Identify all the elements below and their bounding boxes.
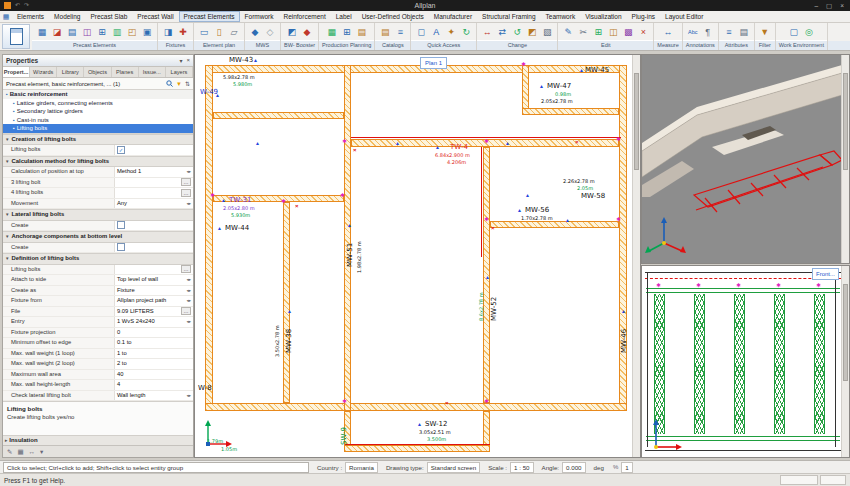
palette-tab[interactable]: Issue... [139,67,166,77]
toolbar-icon[interactable]: ¶ [701,25,715,39]
redo-icon[interactable]: ↷ [24,0,29,11]
menu-item-elements[interactable]: Elements [12,11,49,22]
plan-drawing[interactable]: Plan 1 MW-435.98x2.78 m5.980mW-49MW-470.… [195,55,633,457]
toolbar-icon[interactable]: ↔ [661,25,675,39]
property-row[interactable]: MovementAny◂▸ [3,199,193,210]
wall-segment[interactable] [205,65,626,73]
spinner-buttons[interactable]: ◂▸ [186,296,191,305]
menu-item-label[interactable]: Label [331,11,357,22]
toolbar-icon[interactable]: ⇄ [495,25,509,39]
sort-icon[interactable]: ⇅ [185,80,190,87]
tree-item[interactable]: ▪Cast-in nuts [3,116,193,125]
menu-item-teamwork[interactable]: Teamwork [541,11,581,22]
property-row[interactable]: Fixture fromAllplan project path◂▸ [3,296,193,307]
wall-segment[interactable] [619,65,627,411]
transfer-icon[interactable]: ↔ [29,448,36,455]
palette-tab[interactable]: Library [57,67,84,77]
toolbar-icon[interactable]: ▼ [758,25,772,39]
toolbar-icon[interactable]: ◰ [125,25,139,39]
property-row[interactable]: Create asFixture◂▸ [3,286,193,297]
toolbar-icon[interactable]: ↔ [480,25,494,39]
menu-item-reinforcement[interactable]: Reinforcement [278,11,330,22]
menu-item-modeling[interactable]: Modeling [49,11,85,22]
minimize-button[interactable]: – [814,2,818,10]
section-header[interactable]: ▼Calculation method for lifting bolts [3,156,193,168]
scrollbar-thumb[interactable] [843,73,848,170]
wall-segment[interactable] [344,445,490,452]
menu-item-manufacturer[interactable]: Manufacturer [429,11,477,22]
toolbar-icon[interactable]: ◆ [248,25,262,39]
spinner-buttons[interactable]: ◂▸ [186,391,191,400]
wall-segment[interactable] [344,65,351,411]
toolbar-icon[interactable]: ⊞ [340,25,354,39]
checkbox[interactable]: ✓ [117,146,125,154]
3d-viewport[interactable] [641,54,850,264]
drawing-type-value[interactable]: Standard screen [427,462,480,473]
palette-tab[interactable]: Objects [84,67,111,77]
section-header[interactable]: ▼Anchorage components at bottom level [3,231,193,243]
viewport-tab-plan[interactable]: Plan 1 [420,57,447,69]
scale-value[interactable]: 1 : 50 [510,462,533,473]
tree-item[interactable]: ▪Secondary lattice girders [3,107,193,116]
maximize-button[interactable]: ▢ [826,2,832,10]
property-row[interactable]: Attach to sideTop level of wall◂▸ [3,275,193,286]
wall-segment[interactable] [213,112,344,119]
menu-item-formwork[interactable]: Formwork [240,11,279,22]
property-row[interactable]: Max. wall weight (1 loop)1 to [3,349,193,360]
palette-menu-icon[interactable]: ▾ [179,57,182,64]
options-icon[interactable]: ▾ [40,448,43,456]
toolbar-icon[interactable]: ▢ [787,25,801,39]
toolbar-icon[interactable]: ▣ [140,25,154,39]
scrollbar-thumb[interactable] [843,284,848,381]
toolbar-icon[interactable]: ◇ [263,25,277,39]
toolbar-icon[interactable]: ▤ [737,25,751,39]
viewport-tab-front[interactable]: Front... [812,268,839,280]
menu-grid-icon[interactable]: ▦ [0,11,12,22]
spinner-buttons[interactable]: ◂▸ [186,317,191,326]
toolbar-icon[interactable]: A [429,25,443,39]
property-row[interactable]: 3 lifting bolt… [3,178,193,189]
property-row[interactable]: Lifting bolts✓ [3,145,193,156]
property-row[interactable]: Create [3,221,193,232]
browse-button[interactable]: … [181,178,191,186]
menu-item-precast-wall[interactable]: Precast Wall [132,11,178,22]
toolbar-icon[interactable]: ✂ [576,25,590,39]
palette-tab[interactable]: Propert... [3,67,30,77]
wall-segment[interactable] [490,221,619,228]
browse-button[interactable]: … [181,265,191,273]
toolbar-icon[interactable]: Abc [686,25,700,39]
toolbar-icon[interactable]: ✚ [176,25,190,39]
toolbar-icon[interactable]: ▥ [110,25,124,39]
section-header[interactable]: ▼Lateral lifting bolts [3,209,193,221]
property-row[interactable]: Calculation of position at topMethod 1◂▸ [3,167,193,178]
toolbar-icon[interactable]: ▧ [540,25,554,39]
front-viewport[interactable]: Front... ∗∗∗∗∗ [641,265,850,458]
toolbar-icon[interactable]: ▱ [227,25,241,39]
menu-item-plug-ins[interactable]: Plug-ins [627,11,660,22]
toolbar-icon[interactable]: ✦ [444,25,458,39]
undo-icon[interactable]: ↶ [15,0,20,11]
tree-item[interactable]: ▪Lifting bolts [3,124,193,133]
spinner-buttons[interactable]: ◂▸ [186,199,191,208]
toolbar-icon[interactable]: ⊞ [591,25,605,39]
property-row[interactable]: 4 lifting bolts… [3,188,193,199]
property-row[interactable]: Max. wall height-length4 [3,380,193,391]
spinner-buttons[interactable]: ◂▸ [186,167,191,176]
front-vertical-scrollbar[interactable] [841,266,849,457]
property-row[interactable]: Minimum offset to edge0.1 to [3,338,193,349]
menu-item-structural-framing[interactable]: Structural Framing [477,11,540,22]
menu-item-precast-slab[interactable]: Precast Slab [86,11,133,22]
tree-item[interactable]: ▪Lattice girders, connecting elements [3,99,193,108]
toolbar-icon[interactable]: ↺ [510,25,524,39]
property-row[interactable]: Maximum wall area40 [3,370,193,381]
wall-segment[interactable] [283,202,290,403]
palette-tab[interactable]: Wizards [30,67,57,77]
toolbar-icon[interactable]: ▤ [378,25,392,39]
toolbar-icon[interactable]: ◻ [414,25,428,39]
country-value[interactable]: Romania [345,462,378,473]
checkbox[interactable] [117,221,125,229]
plan-vertical-scrollbar[interactable] [632,55,640,457]
toolbar-icon[interactable]: ≡ [722,25,736,39]
palette-close-icon[interactable]: × [186,57,190,64]
toolbar-icon[interactable]: ≡ [393,25,407,39]
